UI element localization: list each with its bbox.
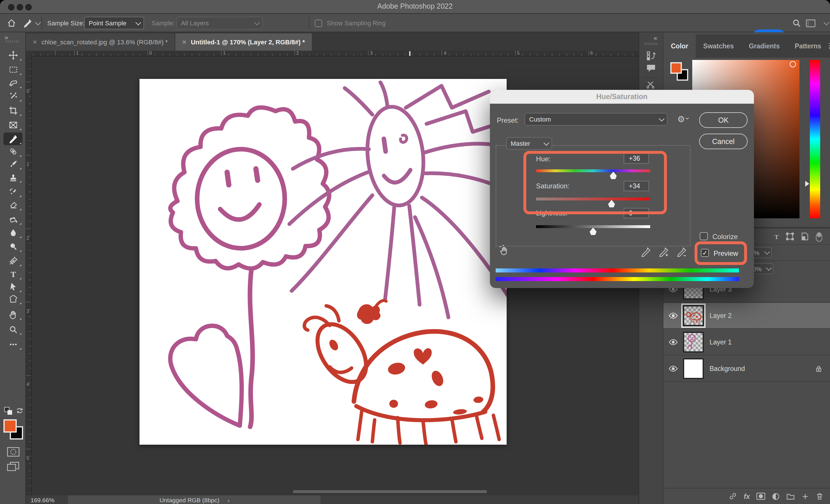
move-tool[interactable] bbox=[3, 49, 23, 62]
tab-color[interactable]: Color bbox=[663, 35, 696, 58]
brush-tool[interactable] bbox=[3, 158, 23, 170]
tool-preset-eyedropper-icon[interactable] bbox=[23, 14, 39, 32]
dialog-title[interactable]: Hue/Saturation bbox=[490, 90, 754, 104]
hue-strip-pointer[interactable] bbox=[805, 181, 809, 187]
pen-tool[interactable] bbox=[3, 255, 23, 267]
layer-thumbnail[interactable] bbox=[683, 358, 704, 379]
filter-toggle-icon[interactable] bbox=[816, 231, 823, 242]
filter-type-icon[interactable]: T bbox=[774, 233, 779, 240]
tab-patterns[interactable]: Patterns bbox=[787, 35, 829, 58]
show-sampling-ring-checkbox[interactable] bbox=[315, 19, 322, 27]
gradient-bucket-tool[interactable] bbox=[3, 213, 23, 226]
type-tool[interactable]: T bbox=[3, 268, 23, 280]
workspace-icon[interactable] bbox=[806, 14, 816, 32]
layer-row-background[interactable]: Background bbox=[663, 356, 830, 382]
magic-wand-tool[interactable] bbox=[3, 90, 23, 103]
link-layers-icon[interactable] bbox=[729, 492, 737, 501]
eyedropper-sample-icon[interactable] bbox=[641, 247, 651, 257]
ruler-label: 5 bbox=[27, 456, 29, 461]
document-page[interactable] bbox=[139, 79, 507, 445]
custom-shape-tool[interactable] bbox=[3, 293, 23, 305]
visibility-eye-icon[interactable] bbox=[663, 365, 683, 372]
on-image-adjustment-hand-icon[interactable] bbox=[499, 244, 510, 256]
ruler-label: 6 bbox=[590, 51, 593, 56]
eyedropper-tool[interactable] bbox=[3, 132, 23, 145]
layer-name[interactable]: Layer 1 bbox=[709, 339, 830, 346]
swap-colors-icon[interactable] bbox=[15, 407, 24, 415]
screen-mode-icon[interactable] bbox=[7, 461, 20, 472]
history-panel-icon[interactable] bbox=[646, 51, 656, 61]
horizontal-scrollbar[interactable] bbox=[293, 490, 487, 493]
foreground-color-swatch[interactable] bbox=[3, 419, 17, 433]
sample-size-dropdown[interactable]: Point Sample bbox=[84, 17, 144, 29]
adjustment-layer-icon[interactable] bbox=[772, 492, 780, 500]
window-title: Adobe Photoshop 2022 bbox=[0, 2, 830, 10]
zoom-level[interactable]: 169.66% bbox=[31, 496, 55, 503]
layer-name[interactable]: Background bbox=[709, 365, 815, 372]
dodge-tool[interactable] bbox=[3, 240, 23, 253]
frame-tool[interactable] bbox=[3, 119, 23, 131]
new-layer-icon[interactable] bbox=[801, 492, 809, 500]
cancel-button[interactable]: Cancel bbox=[699, 134, 747, 149]
layer-row-2[interactable]: Layer 2 bbox=[663, 303, 830, 329]
ok-button[interactable]: OK bbox=[699, 112, 747, 128]
new-group-icon[interactable] bbox=[786, 493, 795, 500]
hand-tool[interactable] bbox=[3, 308, 23, 321]
layer-name[interactable]: Layer 2 bbox=[709, 312, 830, 319]
doc-info[interactable]: Untagged RGB (8bpc) › bbox=[68, 495, 321, 504]
hue-strip[interactable] bbox=[810, 60, 820, 218]
eraser-tool[interactable] bbox=[3, 199, 23, 211]
close-icon[interactable]: × bbox=[182, 38, 186, 46]
clone-stamp-tool[interactable] bbox=[3, 171, 23, 184]
blur-tool[interactable] bbox=[3, 226, 23, 239]
horizontal-ruler[interactable]: 10123456 bbox=[32, 51, 639, 57]
sample-label: Sample: bbox=[152, 14, 175, 32]
layer-thumbnail[interactable] bbox=[683, 305, 704, 326]
preset-dropdown[interactable]: Custom bbox=[524, 113, 667, 126]
tab-swatches[interactable]: Swatches bbox=[696, 35, 741, 58]
default-colors-icon[interactable] bbox=[4, 407, 13, 416]
visibility-eye-icon[interactable] bbox=[663, 339, 683, 346]
filter-shape-icon[interactable] bbox=[786, 232, 794, 241]
channel-dropdown[interactable]: Master bbox=[506, 137, 552, 150]
filter-smart-object-icon[interactable] bbox=[801, 232, 809, 241]
layer-row-1[interactable]: Layer 1 bbox=[663, 330, 830, 356]
preset-options-gear-icon[interactable]: ⚙ bbox=[677, 114, 688, 125]
lasso-tool[interactable] bbox=[3, 77, 23, 89]
delete-layer-icon[interactable] bbox=[816, 492, 824, 500]
chevron-down-icon[interactable] bbox=[819, 14, 828, 32]
dock-collapse-icon[interactable]: « bbox=[653, 35, 657, 41]
panel-menu-icon[interactable] bbox=[829, 43, 830, 49]
panel-foreground-swatch[interactable] bbox=[670, 62, 682, 74]
quick-mask-icon[interactable] bbox=[7, 447, 20, 457]
dock-grip[interactable] bbox=[644, 43, 658, 45]
comment-panel-icon[interactable] bbox=[646, 64, 656, 73]
tab-gradients[interactable]: Gradients bbox=[741, 35, 787, 58]
search-icon[interactable] bbox=[792, 14, 801, 32]
layer-mask-icon[interactable] bbox=[756, 493, 765, 500]
healing-brush-tool[interactable] bbox=[3, 145, 23, 158]
layer-effects-icon[interactable]: fx bbox=[744, 492, 750, 500]
home-icon[interactable] bbox=[7, 14, 16, 32]
toolbar-collapse-icon[interactable]: » bbox=[5, 34, 8, 41]
eyedropper-add-icon[interactable] bbox=[659, 247, 669, 257]
adjusted-spectrum-bar[interactable] bbox=[496, 277, 739, 281]
zoom-tool[interactable] bbox=[3, 323, 23, 336]
marquee-tool[interactable] bbox=[3, 63, 23, 76]
edit-toolbar-icon[interactable] bbox=[3, 338, 23, 351]
path-select-tool[interactable] bbox=[3, 280, 23, 293]
vertical-ruler[interactable]: 012345 bbox=[26, 57, 32, 495]
chevron-right-icon[interactable]: › bbox=[227, 496, 229, 503]
close-icon[interactable]: × bbox=[33, 38, 37, 46]
history-brush-tool[interactable] bbox=[3, 186, 23, 198]
status-bar: 169.66% Untagged RGB (8bpc) › bbox=[26, 495, 639, 504]
eyedropper-subtract-icon[interactable] bbox=[677, 247, 687, 257]
layer-thumbnail[interactable] bbox=[683, 332, 704, 352]
tab-untitled-1[interactable]: × Untitled-1 @ 170% (Layer 2, RGB/8#) * bbox=[175, 33, 312, 51]
scissors-panel-icon[interactable] bbox=[646, 81, 656, 89]
colorize-checkbox[interactable] bbox=[700, 232, 708, 240]
toolbar-grip[interactable] bbox=[6, 40, 20, 43]
tab-chloe-scan[interactable]: × chloe_scan_rotated.jpg @ 13.6% (RGB/8#… bbox=[26, 33, 175, 51]
visibility-eye-icon[interactable] bbox=[663, 312, 683, 319]
crop-tool[interactable] bbox=[3, 104, 23, 117]
